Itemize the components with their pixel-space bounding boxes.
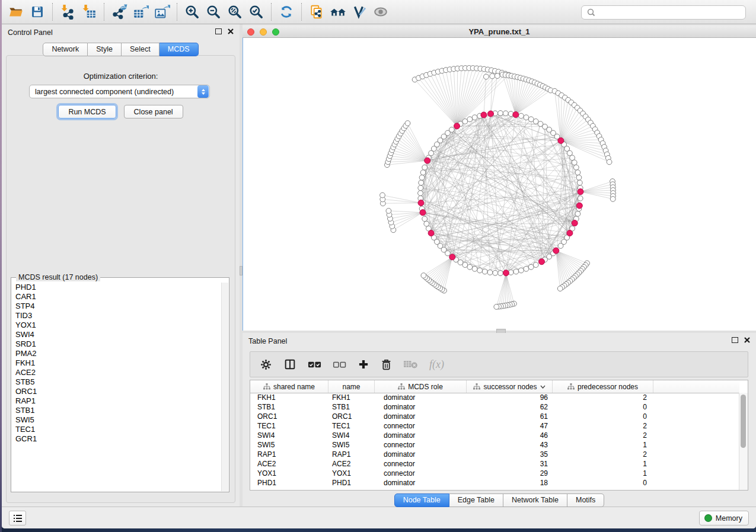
save-session-icon[interactable] <box>27 2 48 22</box>
criterion-value: largest connected component (undirected) <box>30 88 197 96</box>
open-session-icon[interactable] <box>5 2 27 22</box>
cell-successor-nodes: 43 <box>467 441 553 449</box>
mcds-result-item[interactable]: SWI5 <box>12 415 222 425</box>
column-header-MCDS-role[interactable]: MCDS role <box>375 380 467 393</box>
mcds-result-item[interactable]: SRD1 <box>12 339 222 349</box>
zoom-fit-icon[interactable] <box>224 2 245 22</box>
mcds-result-item[interactable]: PHD1 <box>12 283 222 292</box>
cell-MCDS-role: connector <box>375 441 467 449</box>
mcds-result-item[interactable]: RAP1 <box>12 396 222 406</box>
table-row[interactable]: SWI5SWI5connector431 <box>250 440 739 450</box>
memory-button[interactable]: Memory <box>699 511 749 525</box>
column-header-name[interactable]: name <box>328 380 375 393</box>
mcds-result-item[interactable]: CAR1 <box>12 292 222 302</box>
export-table-icon[interactable] <box>130 2 151 22</box>
mcds-result-item[interactable]: ORC1 <box>12 387 222 396</box>
search-input[interactable] <box>597 8 745 17</box>
float-panel-icon[interactable] <box>732 337 738 343</box>
table-row[interactable]: PHD1PHD1dominator180 <box>250 478 739 488</box>
mcds-result-scrollbar[interactable] <box>221 283 228 491</box>
delete-row-trash-icon[interactable] <box>381 358 392 371</box>
tab-mcds[interactable]: MCDS <box>160 43 199 56</box>
zoom-selected-icon[interactable] <box>245 2 267 22</box>
select-all-icon[interactable] <box>308 360 321 369</box>
export-network-icon[interactable] <box>109 2 130 22</box>
tab-node-table[interactable]: Node Table <box>394 493 449 507</box>
cell-name: YOX1 <box>328 469 375 477</box>
run-mcds-button[interactable]: Run MCDS <box>58 105 116 118</box>
main-toolbar <box>2 0 756 24</box>
cell-successor-nodes: 61 <box>467 412 553 421</box>
first-neighbors-icon[interactable] <box>327 2 349 22</box>
column-namespace-icon <box>398 383 405 390</box>
mcds-result-item[interactable]: FKH1 <box>12 358 222 368</box>
close-panel-button[interactable]: Close panel <box>124 105 183 118</box>
task-history-button[interactable] <box>9 511 26 525</box>
vizmapper-icon[interactable] <box>349 2 370 22</box>
tab-select[interactable]: Select <box>122 43 160 56</box>
table-row[interactable]: STB1STB1dominator620 <box>250 402 739 412</box>
float-panel-icon[interactable] <box>215 28 222 34</box>
memory-status-icon <box>704 514 712 522</box>
toolbar-separator <box>271 3 272 21</box>
mcds-result-item[interactable]: YOX1 <box>12 321 222 330</box>
tab-edge-table[interactable]: Edge Table <box>449 493 503 507</box>
table-scrollbar-thumb[interactable] <box>741 395 746 448</box>
table-row[interactable]: FKH1FKH1dominator962 <box>250 393 739 402</box>
table-row[interactable]: YOX1YOX1connector291 <box>250 469 739 478</box>
tab-network[interactable]: Network <box>43 43 88 56</box>
tab-style[interactable]: Style <box>88 43 122 56</box>
mcds-result-item[interactable]: STB1 <box>12 406 222 415</box>
tab-network-table[interactable]: Network Table <box>503 493 567 507</box>
close-panel-icon[interactable] <box>228 28 234 34</box>
table-panel-title: Table Panel <box>248 337 287 345</box>
mcds-result-item[interactable]: TEC1 <box>12 425 222 434</box>
table-row[interactable]: RAP1RAP1dominator352 <box>250 450 739 459</box>
add-row-icon[interactable] <box>358 358 369 370</box>
mcds-result-item[interactable]: PMA2 <box>12 349 222 358</box>
share-network-icon[interactable] <box>306 2 327 22</box>
column-header-shared-name[interactable]: shared name <box>250 380 328 393</box>
cell-MCDS-role: connector <box>375 422 467 430</box>
import-table-icon[interactable] <box>78 2 100 22</box>
column-settings-gear-icon[interactable] <box>260 358 272 371</box>
cell-predecessor-nodes: 2 <box>553 450 653 459</box>
cell-MCDS-role: dominator <box>375 431 467 440</box>
cell-name: RAP1 <box>328 450 375 459</box>
table-row[interactable]: ACE2ACE2connector311 <box>250 459 739 469</box>
import-network-icon[interactable] <box>57 2 78 22</box>
zoom-out-icon[interactable] <box>203 2 224 22</box>
column-header-successor-nodes[interactable]: successor nodes <box>467 380 553 393</box>
column-header-predecessor-nodes[interactable]: predecessor nodes <box>553 380 653 393</box>
cell-shared-name: TEC1 <box>250 422 328 430</box>
mcds-result-title: MCDS result (17 nodes) <box>16 273 100 281</box>
mcds-result-item[interactable]: TID3 <box>12 311 222 321</box>
refresh-icon[interactable] <box>276 2 297 22</box>
network-window-titlebar[interactable]: YPA_prune.txt_1 <box>243 26 756 38</box>
table-scrollbar[interactable] <box>739 393 748 490</box>
tab-motifs[interactable]: Motifs <box>567 493 604 507</box>
mcds-result-item[interactable]: STP4 <box>12 302 222 311</box>
network-canvas[interactable] <box>243 38 756 331</box>
node-table: shared namenameMCDS rolesuccessor nodesp… <box>250 380 748 491</box>
cell-predecessor-nodes: 1 <box>553 469 653 477</box>
show-hide-panel-icon[interactable] <box>370 2 391 22</box>
deselect-all-icon[interactable] <box>333 360 346 369</box>
mcds-result-item[interactable]: ACE2 <box>12 368 222 377</box>
table-row[interactable]: SWI4SWI4dominator462 <box>250 431 739 440</box>
criterion-dropdown[interactable]: largest connected component (undirected) <box>29 85 210 98</box>
mcds-result-item[interactable]: SWI4 <box>12 330 222 339</box>
table-toolbar: f(x) <box>250 351 748 377</box>
export-image-icon[interactable] <box>151 2 173 22</box>
zoom-in-icon[interactable] <box>181 2 203 22</box>
cell-successor-nodes: 35 <box>467 450 553 459</box>
table-row[interactable]: TEC1TEC1connector472 <box>250 421 739 431</box>
table-row[interactable]: ORC1ORC1dominator610 <box>250 412 739 421</box>
mcds-result-item[interactable]: STB5 <box>12 377 222 387</box>
close-panel-icon[interactable] <box>744 337 750 343</box>
cell-predecessor-nodes: 0 <box>553 412 653 421</box>
mcds-result-item[interactable]: GCR1 <box>12 434 222 444</box>
show-columns-icon[interactable] <box>283 358 296 371</box>
delete-table-icon-disabled <box>403 360 418 369</box>
toolbar-separator <box>177 3 177 21</box>
